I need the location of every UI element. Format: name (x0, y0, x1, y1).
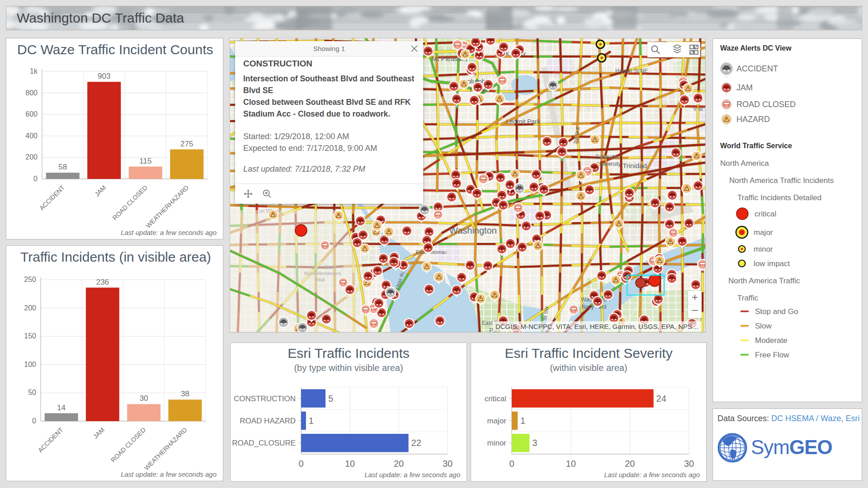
svg-text:400: 400 (25, 132, 38, 140)
svg-text:ROAD CLOSED: ROAD CLOSED (736, 100, 796, 109)
svg-text:150: 150 (24, 332, 36, 340)
svg-text:World Traffic Service: World Traffic Service (720, 142, 792, 150)
svg-text:22: 22 (411, 438, 421, 448)
svg-text:Traffic Incidents Detailed: Traffic Incidents Detailed (737, 193, 821, 202)
svg-text:100: 100 (24, 361, 36, 368)
svg-text:HAZARD: HAZARD (736, 115, 770, 124)
svg-text:ROAD HAZARD: ROAD HAZARD (240, 417, 296, 425)
svg-text:0: 0 (298, 459, 303, 469)
svg-text:236: 236 (96, 278, 109, 286)
svg-text:V St: V St (693, 106, 703, 112)
svg-text:critical: critical (755, 210, 776, 218)
svg-text:Trinidad: Trinidad (623, 162, 647, 169)
svg-text:250: 250 (24, 276, 36, 283)
svg-text:JAM: JAM (93, 184, 107, 198)
svg-text:ROAD CLOSED: ROAD CLOSED (111, 184, 149, 221)
svg-text:10: 10 (345, 459, 355, 469)
svg-text:1: 1 (520, 416, 525, 426)
svg-text:1: 1 (309, 416, 314, 426)
svg-text:minor: minor (487, 439, 506, 447)
svg-text:ROAD_CLOSURE: ROAD_CLOSURE (232, 439, 296, 447)
svg-text:275: 275 (180, 140, 193, 148)
svg-text:Gallaudet: Gallaudet (595, 154, 619, 160)
svg-text:Moderate: Moderate (755, 336, 788, 345)
svg-text:JAM: JAM (92, 426, 106, 440)
svg-text:30: 30 (140, 394, 148, 403)
svg-text:Hamlin St NE: Hamlin St NE (615, 68, 648, 74)
svg-text:WEATHERHAZARD: WEATHERHAZARD (143, 426, 189, 472)
svg-text:minor: minor (754, 245, 773, 253)
svg-text:WEATHERHAZARD: WEATHERHAZARD (145, 184, 190, 230)
svg-text:Traffic: Traffic (737, 294, 759, 302)
svg-text:3: 3 (532, 438, 537, 448)
svg-text:Stop and Go: Stop and Go (755, 307, 798, 316)
svg-text:20: 20 (394, 459, 404, 469)
svg-text:major: major (754, 228, 773, 237)
svg-text:North America: North America (720, 159, 769, 168)
svg-text:903: 903 (98, 72, 110, 80)
svg-text:ACCIDENT: ACCIDENT (37, 426, 65, 454)
svg-text:20: 20 (625, 459, 635, 469)
svg-text:JAM: JAM (736, 83, 753, 92)
svg-text:5: 5 (328, 394, 333, 404)
svg-text:10: 10 (566, 459, 576, 469)
svg-text:North America Traffic Incident: North America Traffic Incidents (729, 176, 834, 185)
svg-text:1k: 1k (30, 67, 38, 75)
svg-text:200: 200 (24, 304, 36, 312)
svg-text:ACCIDENT: ACCIDENT (38, 183, 66, 211)
svg-text:Free Flow: Free Flow (755, 351, 789, 359)
svg-text:0: 0 (32, 417, 36, 425)
svg-text:ACCIDENT: ACCIDENT (736, 64, 778, 73)
svg-text:Ledroit Park: Ledroit Park (506, 118, 540, 125)
svg-text:Slow: Slow (755, 322, 772, 330)
svg-text:200: 200 (25, 153, 38, 161)
svg-text:critical: critical (485, 394, 506, 403)
svg-text:600: 600 (25, 110, 38, 118)
svg-text:58: 58 (58, 163, 67, 171)
svg-text:800: 800 (25, 89, 38, 97)
svg-text:0: 0 (33, 175, 38, 183)
svg-text:low impact: low impact (754, 259, 790, 268)
svg-text:ROAD CLOSED: ROAD CLOSED (109, 426, 147, 464)
svg-text:North America Traffic: North America Traffic (728, 277, 800, 285)
svg-text:Washington: Washington (449, 225, 497, 235)
svg-text:major: major (487, 417, 506, 425)
svg-text:30: 30 (684, 459, 694, 469)
svg-text:38: 38 (181, 389, 189, 398)
svg-text:14: 14 (57, 404, 66, 412)
svg-text:University: University (597, 161, 621, 167)
svg-text:0: 0 (509, 459, 514, 469)
svg-text:CONSTRUCTION: CONSTRUCTION (234, 394, 296, 403)
svg-text:30: 30 (443, 459, 453, 469)
svg-text:50: 50 (28, 389, 36, 396)
svg-text:115: 115 (139, 157, 151, 165)
svg-text:24: 24 (656, 394, 666, 404)
